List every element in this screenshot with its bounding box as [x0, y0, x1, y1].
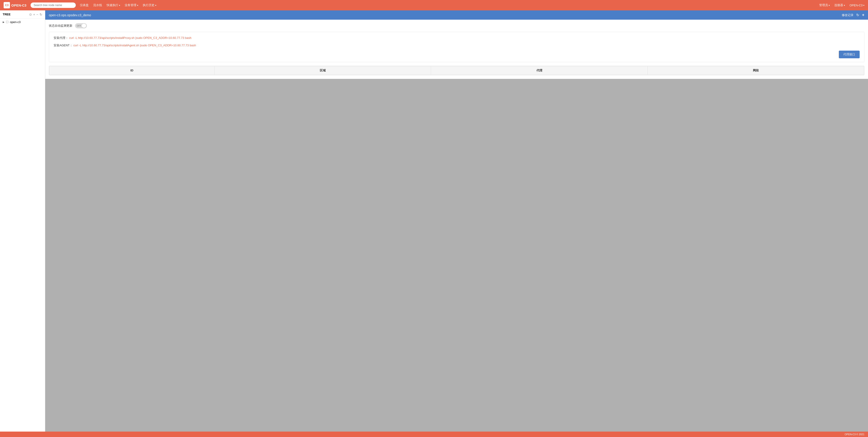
nav-right-admin[interactable]: 管理员	[819, 3, 830, 7]
proxy-interface-btn[interactable]: 代理接口	[839, 51, 860, 58]
panel-header-actions: 修改记录 ↻ +	[842, 13, 864, 18]
panel-body: 状态自动监测更新 OFF 安装代理： curl -L http://10.60.…	[45, 20, 868, 79]
footer: OPEN-C3 © 2021	[0, 432, 868, 437]
sidebar: TREE ⊙ + − ↻ ▶ ☐ open-c3	[0, 10, 45, 432]
col-subnet: 网段	[648, 66, 864, 75]
col-region: 区域	[215, 66, 431, 75]
sidebar-icon-refresh[interactable]: ↻	[39, 13, 42, 16]
col-proxy: 代理	[431, 66, 648, 75]
tree-node-openc3[interactable]: ▶ ☐ open-c3	[0, 19, 45, 26]
top-nav: C3 OPEN-C3 仪表盘 流水线 快速执行 业务管理 执行历史 管理员 连接…	[0, 0, 868, 10]
app-title: OPEN-C3	[11, 3, 27, 7]
panel-add-icon[interactable]: +	[862, 13, 864, 18]
toggle-row: 状态自动监测更新 OFF	[49, 23, 864, 28]
install-agent-line: 安装AGENT： curl -L http://10.60.77.73/api/…	[54, 43, 860, 48]
table-header: ID 区域 代理 网段	[49, 66, 864, 75]
nav-item-dashboard[interactable]: 仪表盘	[80, 3, 89, 7]
nav-right: 管理员 连接器 OPEN-C3	[819, 3, 864, 7]
logo-icon: C3	[4, 2, 10, 8]
search-input[interactable]	[31, 2, 76, 8]
tree-node-label: open-c3	[10, 20, 21, 24]
sidebar-header: TREE ⊙ + − ↻	[0, 10, 45, 19]
folder-icon: ☐	[6, 20, 9, 24]
nav-item-exec-history[interactable]: 执行历史	[143, 3, 156, 7]
main-layout: TREE ⊙ + − ↻ ▶ ☐ open-c3 open-c3.ops.ops…	[0, 10, 868, 432]
nav-items: 仪表盘 流水线 快速执行 业务管理 执行历史	[80, 3, 156, 7]
table-container: ID 区域 代理 网段	[49, 66, 864, 75]
content-area: open-c3.ops.opsdev.c3_demo 修改记录 ↻ + 状态自动…	[45, 10, 868, 432]
toggle-knob	[82, 24, 86, 28]
sidebar-icon-add[interactable]: +	[33, 13, 35, 16]
proxy-table: ID 区域 代理 网段	[49, 66, 864, 75]
col-id: ID	[49, 66, 215, 75]
nav-item-biz-manage[interactable]: 业务管理	[125, 3, 138, 7]
panel-title: open-c3.ops.opsdev.c3_demo	[49, 13, 91, 17]
install-agent-cmd[interactable]: curl -L http://10.60.77.73/api/scripts/i…	[73, 44, 196, 47]
toggle-text: OFF	[77, 25, 81, 27]
sidebar-title: TREE	[3, 13, 27, 16]
sidebar-icon-target[interactable]: ⊙	[29, 13, 32, 16]
nav-item-quick-exec[interactable]: 快速执行	[106, 3, 120, 7]
panel-header: open-c3.ops.opsdev.c3_demo 修改记录 ↻ +	[45, 10, 868, 20]
nav-right-openc3[interactable]: OPEN-C3	[849, 4, 864, 7]
nav-right-connector[interactable]: 连接器	[834, 3, 845, 7]
history-btn[interactable]: 修改记录	[842, 13, 854, 17]
sidebar-icon-minus[interactable]: −	[36, 13, 38, 16]
install-proxy-cmd[interactable]: curl -L http://10.60.77.73/api/scripts/i…	[69, 36, 191, 39]
nav-item-pipeline[interactable]: 流水线	[93, 3, 102, 7]
toggle-switch[interactable]: OFF	[75, 23, 87, 28]
proxy-btn-row: 代理接口	[54, 51, 860, 58]
panel-refresh-icon[interactable]: ↻	[856, 13, 859, 17]
install-box: 安装代理： curl -L http://10.60.77.73/api/scr…	[49, 32, 864, 62]
install-proxy-line: 安装代理： curl -L http://10.60.77.73/api/scr…	[54, 36, 860, 40]
logo[interactable]: C3 OPEN-C3	[4, 2, 27, 8]
tree-arrow-icon: ▶	[3, 21, 4, 23]
footer-text: OPEN-C3 © 2021	[844, 433, 864, 436]
install-proxy-label: 安装代理：	[54, 36, 68, 39]
install-agent-label: 安装AGENT：	[54, 44, 72, 47]
toggle-label: 状态自动监测更新	[49, 24, 72, 28]
sidebar-icons: ⊙ + − ↻	[29, 13, 42, 16]
content-panel: open-c3.ops.opsdev.c3_demo 修改记录 ↻ + 状态自动…	[45, 10, 868, 79]
